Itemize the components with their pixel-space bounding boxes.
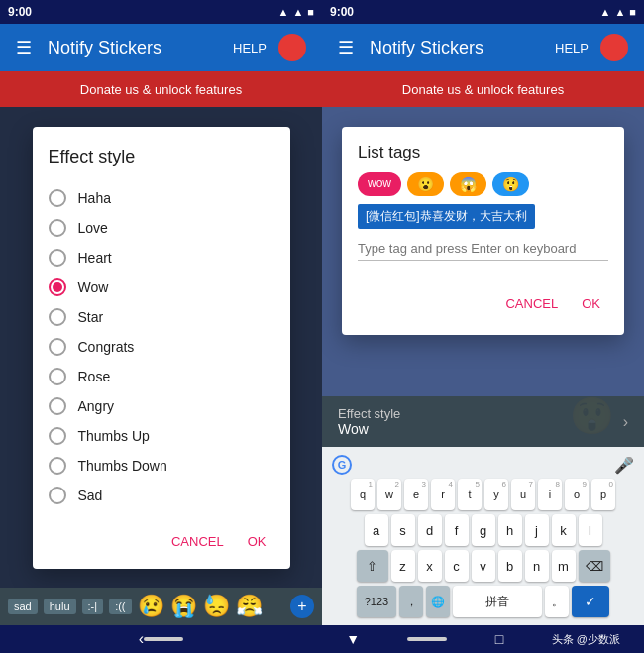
battery-icon: ■ — [307, 6, 314, 18]
key-r[interactable]: 4r — [431, 479, 455, 510]
status-bar-left: 9:00 ▲ ▲ ■ — [0, 0, 322, 24]
shift-key[interactable]: ⇧ — [357, 550, 388, 582]
key-g[interactable]: g — [472, 514, 495, 546]
option-star[interactable]: Star — [49, 302, 274, 332]
option-angry[interactable]: Angry — [49, 391, 274, 421]
label-thumbs-up: Thumbs Up — [78, 428, 150, 444]
recent-icon-right[interactable]: □ — [495, 631, 503, 647]
radio-star[interactable] — [49, 308, 66, 326]
option-congrats[interactable]: Congrats — [49, 332, 274, 362]
emoji-sticker2: 😭 — [170, 594, 197, 619]
radio-love[interactable] — [49, 219, 66, 237]
left-panel: 9:00 ▲ ▲ ■ ☰ Notify Stickers HELP Donate… — [0, 0, 322, 653]
radio-heart[interactable] — [49, 249, 66, 267]
hamburger-icon-right[interactable]: ☰ — [338, 37, 354, 58]
effect-style-info: Effect style Wow — [338, 406, 400, 437]
option-sad[interactable]: Sad — [49, 481, 274, 510]
option-heart[interactable]: Heart — [49, 243, 274, 272]
key-b[interactable]: b — [498, 550, 522, 582]
backspace-key[interactable]: ⌫ — [579, 550, 610, 582]
key-o[interactable]: 9o — [565, 479, 589, 510]
right-panel: 9:00 ▲ ▲ ■ ☰ Notify Stickers HELP Donate… — [322, 0, 644, 653]
donate-text-right: Donate us & unlock features — [402, 82, 564, 97]
key-m[interactable]: m — [552, 550, 576, 582]
key-a[interactable]: a — [365, 514, 388, 546]
option-haha[interactable]: Haha — [49, 183, 274, 213]
status-icons-right: ▲ ▲ ■ — [600, 6, 636, 18]
key-k[interactable]: k — [552, 514, 576, 546]
radio-wow[interactable] — [49, 278, 66, 296]
label-heart: Heart — [78, 250, 112, 266]
label-love: Love — [78, 220, 108, 236]
donate-bar-right[interactable]: Donate us & unlock features — [322, 71, 644, 107]
key-c[interactable]: c — [445, 550, 469, 582]
radio-congrats[interactable] — [49, 338, 66, 356]
mic-icon[interactable]: 🎤 — [614, 456, 634, 475]
radio-sad[interactable] — [49, 487, 66, 504]
tag-wow[interactable]: wow — [358, 172, 401, 196]
avatar-left[interactable] — [278, 34, 306, 61]
tag-input-field[interactable] — [358, 237, 608, 261]
key-h[interactable]: h — [498, 514, 522, 546]
key-e[interactable]: 3e — [404, 479, 428, 510]
help-button-left[interactable]: HELP — [233, 41, 267, 55]
add-sticker-button[interactable]: + — [290, 595, 314, 618]
key-u[interactable]: 7u — [511, 479, 535, 510]
home-indicator-left — [144, 637, 183, 641]
key-v[interactable]: v — [472, 550, 495, 582]
help-button-right[interactable]: HELP — [555, 41, 589, 55]
enter-key[interactable]: ✓ — [572, 586, 609, 617]
key-d[interactable]: d — [418, 514, 442, 546]
key-x[interactable]: x — [418, 550, 442, 582]
avatar-right[interactable] — [600, 34, 628, 61]
radio-thumbs-up[interactable] — [49, 427, 66, 445]
tag-emoji2[interactable]: 😱 — [450, 172, 486, 196]
label-star: Star — [78, 309, 104, 325]
key-s[interactable]: s — [391, 514, 415, 546]
app-bar-left: ☰ Notify Stickers HELP — [0, 24, 322, 71]
radio-haha[interactable] — [49, 189, 66, 207]
dialog-ok-button[interactable]: OK — [240, 526, 274, 557]
tag-emoji1[interactable]: 😮 — [407, 172, 444, 196]
donate-bar-left[interactable]: Donate us & unlock features — [0, 71, 322, 107]
emoticon-tag2: :(( — [109, 599, 131, 614]
tags-ok-button[interactable]: OK — [574, 288, 608, 319]
tags-dialog: List tags wow 😮 😱 😲 [微信红包]恭喜发财，大吉大利 CANC… — [342, 127, 624, 335]
sad-tag: sad — [8, 599, 38, 614]
key-period[interactable]: 。 — [545, 586, 569, 617]
key-globe[interactable]: 🌐 — [426, 586, 450, 617]
key-i[interactable]: 8i — [538, 479, 562, 510]
radio-angry[interactable] — [49, 397, 66, 415]
hamburger-icon[interactable]: ☰ — [16, 37, 32, 58]
key-q[interactable]: 1q — [351, 479, 375, 510]
key-123[interactable]: ?123 — [357, 586, 396, 617]
dialog-cancel-button[interactable]: CANCEL — [163, 526, 232, 557]
key-f[interactable]: f — [445, 514, 469, 546]
option-love[interactable]: Love — [49, 213, 274, 243]
key-l[interactable]: l — [579, 514, 602, 546]
back-icon-right[interactable]: ▼ — [346, 631, 360, 647]
key-n[interactable]: n — [525, 550, 549, 582]
key-p[interactable]: 0p — [591, 479, 615, 510]
option-wow[interactable]: Wow — [49, 272, 274, 302]
option-rose[interactable]: Rose — [49, 362, 274, 391]
tags-cancel-button[interactable]: CANCEL — [497, 288, 566, 319]
app-bar-right: ☰ Notify Stickers HELP — [322, 24, 644, 71]
space-key[interactable]: 拼音 — [453, 586, 542, 617]
key-j[interactable]: j — [525, 514, 549, 546]
option-thumbs-down[interactable]: Thumbs Down — [49, 451, 274, 481]
tag-emoji3[interactable]: 😲 — [492, 172, 529, 196]
effect-style-row[interactable]: Effect style Wow › — [322, 396, 644, 447]
option-thumbs-up[interactable]: Thumbs Up — [49, 421, 274, 451]
keyboard-top-bar: G 🎤 — [324, 453, 642, 479]
radio-thumbs-down[interactable] — [49, 457, 66, 475]
radio-rose[interactable] — [49, 368, 66, 385]
key-comma[interactable]: ， — [399, 586, 423, 617]
key-y[interactable]: 6y — [484, 479, 508, 510]
panel-bg-right: List tags wow 😮 😱 😲 [微信红包]恭喜发财，大吉大利 CANC… — [322, 107, 644, 447]
emoticon-tag1: :-| — [82, 599, 104, 614]
key-z[interactable]: z — [391, 550, 415, 582]
tags-row: wow 😮 😱 😲 — [358, 172, 608, 196]
key-t[interactable]: 5t — [458, 479, 482, 510]
key-w[interactable]: 2w — [377, 479, 401, 510]
